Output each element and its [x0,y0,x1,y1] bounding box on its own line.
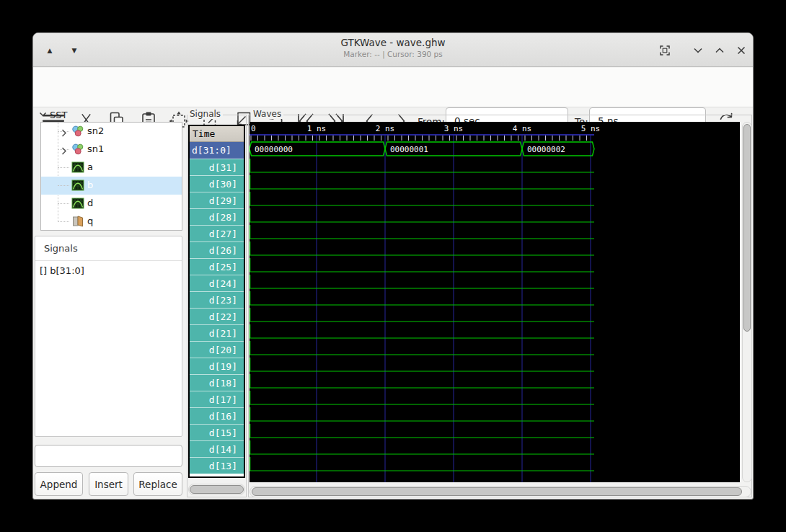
tree-item-label: a [87,161,93,172]
toolbar: From: To: [33,68,753,107]
time-header[interactable]: Time [190,126,244,142]
signals-panel-label: Signals [187,109,223,119]
timeline-label: 5 ns [581,124,601,133]
signal-row-d[14][interactable]: d[14] [190,440,244,457]
minimize-icon[interactable] [692,45,707,59]
signals-list-item[interactable]: [] b[31:0] [40,265,84,276]
tree-guide [58,185,69,186]
expander-icon[interactable] [61,145,68,159]
signal-icon [71,161,84,177]
signal-row-d[25][interactable]: d[25] [190,258,244,275]
port-icon [71,215,84,231]
timeline-label: 4 ns [513,124,532,133]
signal-hscrollbar[interactable] [188,484,245,495]
signal-row-d[20][interactable]: d[20] [190,341,244,358]
tree-item-d[interactable]: d [41,195,182,213]
sst-label: SST [50,110,67,120]
tree-item-a[interactable]: a [41,159,182,177]
titlebar: ▲ ▼ GTKWave - wave.ghw Marker: -- | Curs… [33,33,753,67]
sst-header[interactable]: SST [39,110,67,120]
gtkwave-window: ▲ ▼ GTKWave - wave.ghw Marker: -- | Curs… [32,32,754,500]
signal-row-d[27][interactable]: d[27] [190,225,244,241]
timeline-label: 0 [251,124,256,133]
signal-row-d[22][interactable]: d[22] [190,308,244,324]
scrollbar-thumb[interactable] [190,485,244,494]
signal-icon [71,197,84,213]
signal-row-d[31:0][interactable]: d[31:0] [190,142,244,159]
scrollbar-thumb[interactable] [252,487,742,496]
tree-item-label: d [87,198,93,208]
signal-row-d[30][interactable]: d[30] [190,175,244,192]
tree-guide [58,203,69,204]
signal-row-d[26][interactable]: d[26] [190,241,244,258]
signal-row-d[21][interactable]: d[21] [190,324,244,341]
signal-row-d[13][interactable]: d[13] [190,457,244,474]
signal-row-d[16][interactable]: d[16] [190,407,244,424]
bus-value-text: 00000002 [527,145,565,154]
title-wrap: GTKWave - wave.ghw Marker: -- | Cursor: … [33,37,753,58]
fullscreen-icon[interactable] [658,43,672,58]
search-input[interactable] [35,445,182,467]
signal-row-d[18][interactable]: d[18] [190,374,244,391]
signal-row-d[28][interactable]: d[28] [190,208,244,225]
divider [35,260,182,261]
waves-panel-label: Waves [251,109,283,119]
timeline-label: 3 ns [444,124,464,133]
timeline-label: 1 ns [307,124,327,133]
signal-row-d[19][interactable]: d[19] [190,358,244,374]
tree-item-label: q [87,216,93,226]
window-title: GTKWave - wave.ghw [33,37,753,48]
module-icon [71,143,84,159]
marker-cursor-status: Marker: -- | Cursor: 390 ps [33,50,753,58]
signals-search-frame: Signals [] b[31:0] [35,236,182,437]
bus-value-text: 00000000 [255,145,293,154]
tree-item-b[interactable]: b [41,177,182,195]
tree-item-label: sn1 [87,143,104,154]
expander-icon[interactable] [61,127,68,141]
signal-row-d[29][interactable]: d[29] [190,192,244,208]
signal-row-d[31][interactable]: d[31] [190,159,244,175]
signal-icon [71,179,84,195]
module-icon [71,125,84,141]
tree-item-q[interactable]: q [41,213,182,231]
close-icon[interactable] [736,45,750,59]
chevron-down-icon [39,110,47,118]
maximize-icon[interactable] [714,45,728,59]
tree-item-sn2[interactable]: sn2 [41,123,182,141]
signal-name-list: Time d[31:0]d[31]d[30]d[29]d[28]d[27]d[2… [188,125,245,478]
sst-tree: sn2sn1abdq [40,122,182,231]
wave-canvas[interactable]: 01 ns2 ns3 ns4 ns5 ns0000000000000001000… [250,122,740,482]
signal-row-d[15][interactable]: d[15] [190,424,244,440]
scrollbar-thumb[interactable] [743,124,751,332]
append-button[interactable]: Append [35,472,83,496]
tree-item-label: sn2 [87,125,104,136]
signal-row-d[24][interactable]: d[24] [190,275,244,291]
tree-item-label: b [87,179,93,190]
wave-vscrollbar[interactable] [742,122,752,482]
signal-row-d[17][interactable]: d[17] [190,391,244,407]
insert-button[interactable]: Insert [89,472,128,496]
tree-guide [58,221,69,222]
timeline-label: 2 ns [376,124,395,133]
signal-row-d[23][interactable]: d[23] [190,291,244,308]
tree-item-sn1[interactable]: sn1 [41,141,182,159]
bus-value-text: 00000001 [390,145,428,154]
wave-hscrollbar[interactable] [250,486,751,497]
signals-frame-title: Signals [44,243,78,254]
replace-button[interactable]: Replace [133,472,182,496]
tree-guide [58,167,69,168]
